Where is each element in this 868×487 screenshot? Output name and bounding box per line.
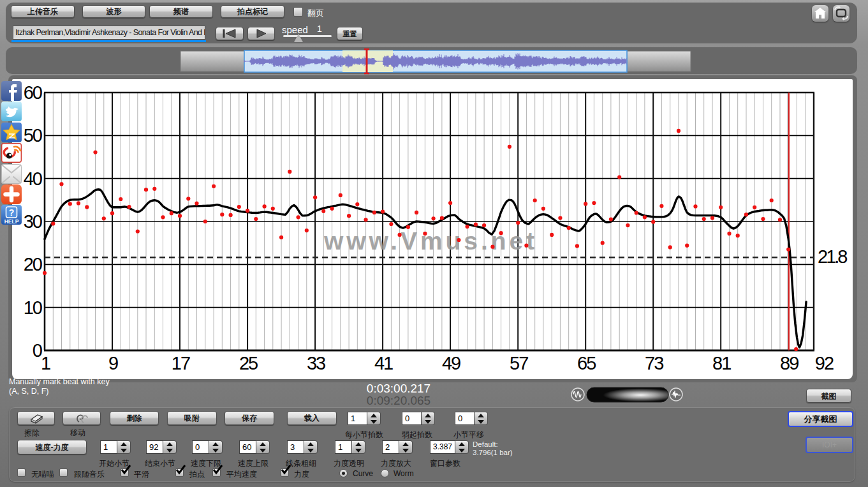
svg-text:65: 65 (577, 353, 596, 373)
svg-text:9: 9 (108, 353, 118, 373)
svg-text:41: 41 (374, 353, 393, 373)
svg-text:81: 81 (712, 353, 731, 373)
svg-text:25: 25 (239, 353, 258, 373)
svg-text:57: 57 (510, 353, 528, 373)
svg-text:1: 1 (41, 353, 50, 373)
svg-text:www.Vmus.net: www.Vmus.net (323, 227, 534, 255)
svg-text:10: 10 (24, 297, 42, 318)
svg-text:73: 73 (645, 353, 663, 373)
svg-text:17: 17 (172, 353, 190, 373)
svg-text:?: ? (9, 207, 15, 218)
svg-text:89: 89 (780, 353, 798, 373)
svg-text:40: 40 (24, 169, 42, 189)
svg-text:92: 92 (815, 353, 834, 373)
svg-text:60: 60 (24, 82, 42, 103)
svg-text:50: 50 (24, 125, 42, 146)
svg-text:49: 49 (442, 353, 460, 373)
svg-text:33: 33 (307, 353, 325, 373)
svg-text:20: 20 (24, 254, 42, 274)
svg-text:21.8: 21.8 (818, 246, 847, 267)
svg-text:30: 30 (24, 211, 42, 232)
svg-text:HELP: HELP (4, 218, 19, 225)
